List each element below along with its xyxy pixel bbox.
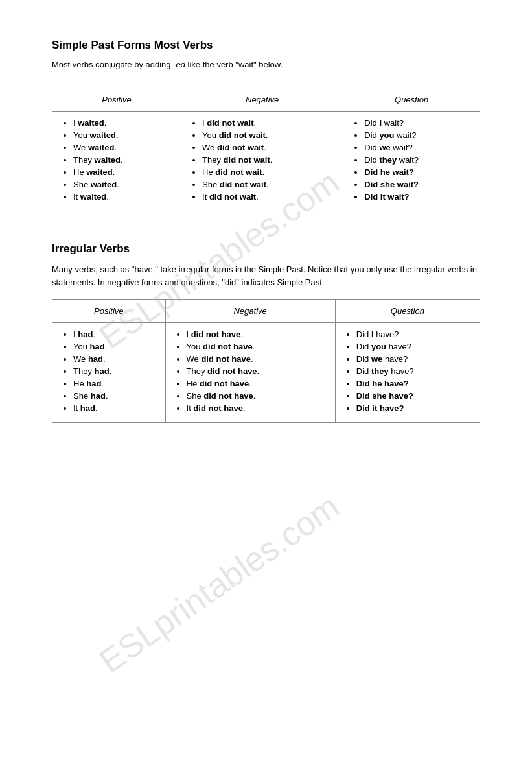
table2-header-negative: Negative — [165, 300, 335, 323]
list-item: Did we have? — [356, 354, 470, 364]
list-item: Did they have? — [356, 366, 470, 376]
list-item: Did it wait? — [364, 192, 470, 202]
list-item: Did you have? — [356, 342, 470, 351]
table2-positive-col: I had. You had. We had. They had. He had… — [52, 323, 166, 423]
list-item: They waited. — [73, 155, 172, 165]
list-item: They did not have. — [187, 366, 326, 376]
list-item: Did I have? — [356, 329, 470, 339]
table2-header-positive: Positive — [52, 300, 166, 323]
list-item: Did he wait? — [364, 167, 470, 177]
list-item: You did not have. — [187, 342, 326, 351]
list-item: We had. — [73, 354, 156, 364]
table1-header-negative: Negative — [181, 88, 343, 112]
list-item: Did she wait? — [364, 180, 470, 189]
list-item: We waited. — [73, 143, 172, 152]
list-item: He waited. — [73, 167, 172, 177]
table2-negative-col: I did not have. You did not have. We did… — [165, 323, 335, 423]
list-item: It had. — [73, 403, 156, 413]
list-item: Did he have? — [356, 379, 470, 388]
list-item: I waited. — [73, 118, 172, 128]
section2-table: Positive Negative Question I had. You ha… — [52, 299, 480, 423]
list-item: Did we wait? — [364, 143, 470, 152]
section2-title: Irregular Verbs — [52, 243, 480, 255]
section1-table: Positive Negative Question I waited. You… — [52, 88, 480, 211]
table2-question-col: Did I have? Did you have? Did we have? D… — [335, 323, 480, 423]
table2-header-question: Question — [335, 300, 480, 323]
list-item: I did not have. — [187, 329, 326, 339]
table1-positive-col: I waited. You waited. We waited. They wa… — [52, 112, 181, 211]
list-item: It did not have. — [187, 403, 326, 413]
list-item: You waited. — [73, 130, 172, 140]
section1-desc: Most verbs conjugate by adding -ed like … — [52, 60, 480, 69]
list-item: They had. — [73, 366, 156, 376]
list-item: He did not wait. — [202, 167, 334, 177]
table1-question-col: Did I wait? Did you wait? Did we wait? D… — [343, 112, 480, 211]
section1-title: Simple Past Forms Most Verbs — [52, 39, 480, 52]
list-item: Did she have? — [356, 391, 470, 401]
list-item: She waited. — [73, 180, 172, 189]
list-item: He had. — [73, 379, 156, 388]
list-item: He did not have. — [187, 379, 326, 388]
section2: Irregular Verbs Many verbs, such as "hav… — [52, 243, 480, 423]
list-item: You did not wait. — [202, 130, 334, 140]
list-item: We did not wait. — [202, 143, 334, 152]
list-item: She did not wait. — [202, 180, 334, 189]
table1-header-question: Question — [343, 88, 480, 112]
list-item: She did not have. — [187, 391, 326, 401]
table1-header-positive: Positive — [52, 88, 181, 112]
list-item: Did I wait? — [364, 118, 470, 128]
list-item: Did you wait? — [364, 130, 470, 140]
section1: Simple Past Forms Most Verbs Most verbs … — [52, 39, 480, 211]
list-item: Did they wait? — [364, 155, 470, 165]
list-item: I did not wait. — [202, 118, 334, 128]
section2-desc: Many verbs, such as "have," take irregul… — [52, 263, 480, 289]
list-item: She had. — [73, 391, 156, 401]
list-item: We did not have. — [187, 354, 326, 364]
list-item: Did it have? — [356, 403, 470, 413]
watermark2: ESLprintables.com — [92, 486, 346, 680]
page: ESLprintables.com ESLprintables.com Simp… — [0, 0, 532, 488]
list-item: You had. — [73, 342, 156, 351]
list-item: It did not wait. — [202, 192, 334, 202]
list-item: They did not wait. — [202, 155, 334, 165]
list-item: I had. — [73, 329, 156, 339]
table1-negative-col: I did not wait. You did not wait. We did… — [181, 112, 343, 211]
list-item: It waited. — [73, 192, 172, 202]
